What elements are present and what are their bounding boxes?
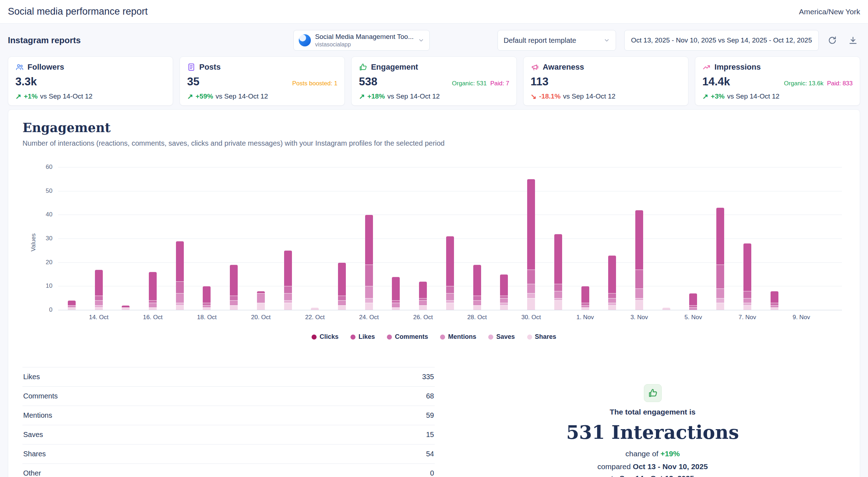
table-row-label: Comments xyxy=(23,392,58,400)
x-axis-label: 26. Oct xyxy=(409,314,436,321)
bar-segment-saves xyxy=(716,298,724,303)
bar-segment-shares xyxy=(284,303,292,310)
bar-column[interactable] xyxy=(436,167,464,310)
bar-column[interactable] xyxy=(599,167,626,310)
table-row-value: 54 xyxy=(426,450,434,458)
bar-segment-comments xyxy=(716,265,724,288)
bar-segment-shares xyxy=(122,307,130,310)
bar-column[interactable] xyxy=(166,167,193,310)
bar-column[interactable] xyxy=(220,167,247,310)
legend-item-shares[interactable]: Shares xyxy=(527,333,556,341)
x-axis-label xyxy=(761,314,788,321)
date-range-button[interactable]: Oct 13, 2025 - Nov 10, 2025 vs Sep 14, 2… xyxy=(624,30,819,51)
bar-column[interactable] xyxy=(58,167,85,310)
bar-segment-mentions xyxy=(554,291,562,298)
legend-dot xyxy=(488,335,493,340)
legend-label: Saves xyxy=(496,333,515,341)
bar-segment-likes xyxy=(554,234,562,284)
bar-column[interactable] xyxy=(464,167,491,310)
bar-segment-saves xyxy=(446,300,454,303)
bar-segment-shares xyxy=(743,305,751,310)
bar-column[interactable] xyxy=(788,167,815,310)
bar-segment-comments xyxy=(581,303,589,305)
bar-column[interactable] xyxy=(301,167,328,310)
bar-segment-likes xyxy=(338,262,346,296)
legend-item-mentions[interactable]: Mentions xyxy=(440,333,476,341)
bar-columns xyxy=(58,167,842,310)
bar-column[interactable] xyxy=(274,167,302,310)
bar-column[interactable] xyxy=(626,167,653,310)
stat-card-impressions: Impressions 14.4k Organic: 13.6k Paid: 8… xyxy=(695,56,860,106)
bar-column[interactable] xyxy=(112,167,139,310)
bar-column[interactable] xyxy=(193,167,221,310)
bar-column[interactable] xyxy=(409,167,436,310)
bar-segment-likes xyxy=(527,179,535,269)
bar-segment-comments xyxy=(554,284,562,291)
summary-compared-prefix: compared xyxy=(597,462,633,471)
y-tick-label: 10 xyxy=(46,282,52,290)
stat-card-title: Posts xyxy=(199,62,221,72)
trend-down-icon: ↘ xyxy=(531,93,537,100)
bar-column[interactable] xyxy=(815,167,842,310)
legend-item-likes[interactable]: Likes xyxy=(350,333,375,341)
refresh-button[interactable] xyxy=(825,33,839,47)
bar-segment-likes xyxy=(392,277,400,301)
legend-item-comments[interactable]: Comments xyxy=(387,333,428,341)
bar-column[interactable] xyxy=(707,167,734,310)
report-template-select[interactable]: Default report template xyxy=(498,30,616,51)
summary-compare-line: compared Oct 13 - Nov 10, 2025 to Sep 14… xyxy=(460,461,846,477)
bar-column[interactable] xyxy=(761,167,788,310)
x-axis-label xyxy=(653,314,680,321)
top-bar: Social media performance report America/… xyxy=(0,0,868,24)
x-axis-label: 14. Oct xyxy=(85,314,112,321)
bar-column[interactable] xyxy=(139,167,166,310)
bar-segment-shares xyxy=(392,307,400,310)
bar-column[interactable] xyxy=(383,167,410,310)
bar-segment-likes xyxy=(149,272,157,300)
bar-segment-comments xyxy=(203,303,211,305)
bar-segment-comments xyxy=(365,265,373,286)
engagement-panel: Engagement Number of interactions (react… xyxy=(8,109,860,477)
bar-segment-shares xyxy=(581,307,589,310)
bar-segment-mentions xyxy=(500,298,508,303)
legend-item-saves[interactable]: Saves xyxy=(488,333,515,341)
download-button[interactable] xyxy=(846,33,860,47)
summary-compared-range: Oct 13 - Nov 10, 2025 xyxy=(633,462,708,471)
table-row-label: Saves xyxy=(23,431,43,439)
trend-up-icon: ↗ xyxy=(702,93,708,100)
bar-segment-mentions xyxy=(203,305,211,308)
bar-column[interactable] xyxy=(653,167,680,310)
x-axis-label xyxy=(491,314,518,321)
bar-column[interactable] xyxy=(680,167,707,310)
bar-segment-shares xyxy=(203,307,211,310)
bar-segment-likes xyxy=(500,274,508,296)
bar-column[interactable] xyxy=(491,167,518,310)
bar-segment-comments xyxy=(149,300,157,303)
summary-lead: The total engagement is xyxy=(460,408,846,416)
bar-segment-shares xyxy=(365,303,373,310)
bar-segment-saves xyxy=(635,298,643,301)
stat-card-title: Impressions xyxy=(715,62,761,72)
paid-label: Paid: 833 xyxy=(827,80,853,87)
bar-segment-mentions xyxy=(149,303,157,307)
bar-column[interactable] xyxy=(734,167,761,310)
bar-segment-mentions xyxy=(473,300,481,305)
stat-card-compare: vs Sep 14-Oct 12 xyxy=(563,92,616,100)
bar-segment-mentions xyxy=(257,293,265,303)
bar-column[interactable] xyxy=(355,167,383,310)
x-axis-label xyxy=(166,314,193,321)
total-engagement-summary: The total engagement is 531 Interactions… xyxy=(460,367,846,477)
bar-column[interactable] xyxy=(247,167,274,310)
refresh-icon xyxy=(828,36,837,45)
bar-column[interactable] xyxy=(545,167,572,310)
bar-column[interactable] xyxy=(572,167,599,310)
bar-column[interactable] xyxy=(518,167,545,310)
legend-item-clicks[interactable]: Clicks xyxy=(312,333,338,341)
bar-column[interactable] xyxy=(328,167,355,310)
profile-selector[interactable]: Social Media Management Too... vistasoci… xyxy=(293,30,430,51)
stat-card-followers: Followers 3.3k ↗ +1% vs Sep 14-Oct 12 xyxy=(8,56,173,106)
y-tick-label: 30 xyxy=(46,235,52,242)
bar-column[interactable] xyxy=(85,167,112,310)
bar-segment-likes xyxy=(365,215,373,265)
stat-card-compare: vs Sep 14-Oct 12 xyxy=(727,92,779,100)
